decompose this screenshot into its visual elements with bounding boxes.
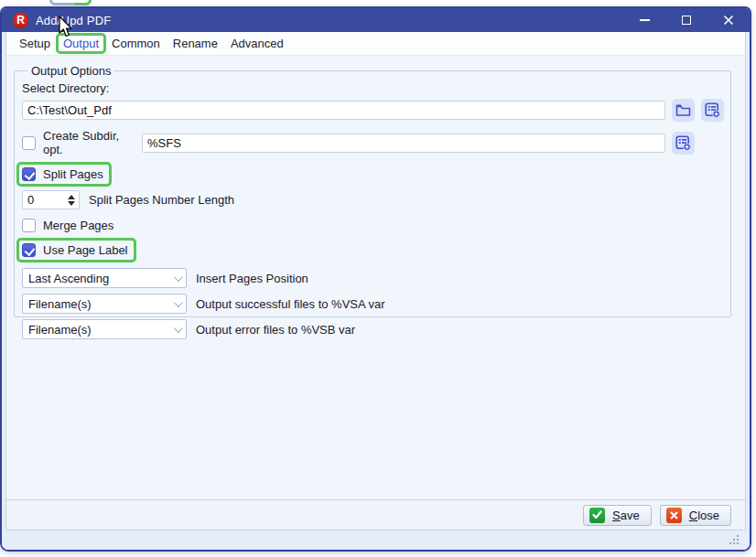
resize-grip[interactable] <box>729 535 739 544</box>
maximize-icon <box>682 16 691 25</box>
insert-variable-button-subdir[interactable] <box>672 132 695 155</box>
folder-icon <box>675 103 691 117</box>
variable-list-plus-icon <box>675 135 691 151</box>
use-page-label-row: Use Page Label <box>16 238 724 262</box>
split-pages-number-label: Split Pages Number Length <box>89 193 234 207</box>
save-button[interactable]: Save <box>583 505 652 526</box>
spin-down-icon[interactable] <box>68 201 75 206</box>
tab-output[interactable]: Output <box>63 37 99 50</box>
output-options-group: Output Options Select Directory: <box>14 64 731 317</box>
footer-button-bar: Save Close <box>6 499 745 530</box>
bottom-strip <box>5 530 746 550</box>
insert-pages-position-row: Last Ascending Insert Pages Position <box>22 268 724 288</box>
output-successful-select[interactable]: Filename(s) <box>22 294 187 314</box>
group-title: Output Options <box>27 64 114 78</box>
output-error-select[interactable]: Filename(s) <box>22 319 187 339</box>
chevron-down-icon <box>174 298 183 307</box>
insert-pages-position-select[interactable]: Last Ascending <box>22 268 187 288</box>
window-frame: Setup Output Common Rename Advanced Outp… <box>2 32 750 550</box>
split-pages-number-spinner[interactable]: 0 <box>22 190 80 209</box>
variable-list-plus-icon <box>705 102 720 118</box>
tab-rename[interactable]: Rename <box>173 37 218 50</box>
directory-row <box>22 99 724 122</box>
output-successful-row: Filename(s) Output successful files to %… <box>22 294 724 314</box>
split-pages-row: Split Pages <box>16 162 724 187</box>
save-button-label: Save <box>612 509 640 522</box>
dialog-body: Setup Output Common Rename Advanced Outp… <box>5 32 746 530</box>
chevron-down-icon <box>174 324 183 333</box>
app-logo-icon: R <box>13 13 28 28</box>
use-page-label-label: Use Page Label <box>43 243 128 257</box>
output-successful-label: Output successful files to %VSA var <box>196 297 385 311</box>
cropped-annotation-fragment <box>49 0 92 5</box>
directory-input[interactable] <box>22 101 665 120</box>
spinner-arrows[interactable] <box>64 195 79 206</box>
titlebar[interactable]: R Add/Upd PDF <box>2 8 750 32</box>
tab-strip: Setup Output Common Rename Advanced <box>6 32 745 56</box>
select-value: Filename(s) <box>28 297 174 311</box>
split-number-row: 0 Split Pages Number Length <box>22 190 724 209</box>
window-title: Add/Upd PDF <box>36 14 111 27</box>
annotation-highlight-output-tab: Output <box>56 33 106 54</box>
spinner-value: 0 <box>23 193 64 207</box>
insert-variable-button-directory[interactable] <box>701 99 724 122</box>
output-error-label: Output error files to %VSB var <box>196 323 355 337</box>
tab-advanced[interactable]: Advanced <box>231 37 284 50</box>
chevron-down-icon <box>174 273 183 282</box>
merge-pages-checkbox[interactable] <box>22 219 36 232</box>
merge-pages-row: Merge Pages <box>22 219 724 232</box>
annotation-highlight-split-pages: Split Pages <box>16 162 112 187</box>
close-button[interactable] <box>707 8 750 32</box>
maximize-button[interactable] <box>665 8 707 32</box>
spin-up-icon[interactable] <box>68 195 75 199</box>
split-pages-label: Split Pages <box>43 167 103 181</box>
create-subdir-checkbox[interactable] <box>22 136 36 150</box>
select-directory-label: Select Directory: <box>22 81 724 95</box>
select-value: Filename(s) <box>28 323 174 337</box>
select-value: Last Ascending <box>28 272 174 285</box>
subdir-pattern-input[interactable] <box>142 134 665 153</box>
output-tab-page: Output Options Select Directory: <box>6 56 745 499</box>
use-page-label-checkbox[interactable] <box>22 243 36 257</box>
create-subdir-option: Create Subdir, opt. <box>22 129 142 156</box>
add-upd-pdf-dialog: R Add/Upd PDF Setup <box>0 6 751 552</box>
annotation-highlight-use-page-label: Use Page Label <box>16 238 136 262</box>
browse-folder-button[interactable] <box>672 99 695 122</box>
minimize-button[interactable] <box>623 8 665 32</box>
close-button-label: Close <box>689 509 719 522</box>
window-controls <box>623 8 750 32</box>
merge-pages-label: Merge Pages <box>43 219 113 232</box>
insert-pages-position-label: Insert Pages Position <box>196 272 308 285</box>
tab-common[interactable]: Common <box>112 37 160 50</box>
close-dialog-button[interactable]: Close <box>660 505 731 526</box>
create-subdir-row: Create Subdir, opt. <box>22 129 724 156</box>
red-x-icon <box>666 508 682 523</box>
screen: R Add/Upd PDF Setup <box>0 0 756 557</box>
minimize-icon <box>640 19 650 21</box>
split-pages-checkbox[interactable] <box>22 167 36 181</box>
create-subdir-label: Create Subdir, opt. <box>43 129 142 156</box>
close-icon <box>723 15 734 26</box>
output-error-row: Filename(s) Output error files to %VSB v… <box>22 319 724 339</box>
green-check-icon <box>589 508 605 523</box>
tab-setup[interactable]: Setup <box>19 37 50 50</box>
